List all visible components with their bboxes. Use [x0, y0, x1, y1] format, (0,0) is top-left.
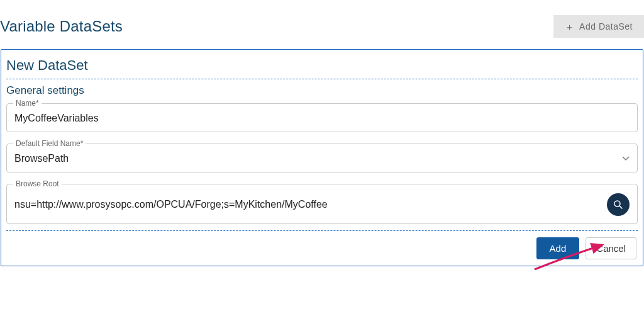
svg-line-1	[619, 206, 622, 208]
plus-icon: ＋	[565, 22, 575, 31]
name-label: Name*	[13, 99, 42, 108]
browse-root-label: Browse Root	[13, 179, 62, 188]
page-title: Variable DataSets	[0, 18, 123, 35]
divider	[6, 79, 638, 79]
panel-footer: Add Cancel	[6, 231, 638, 259]
name-field-wrapper: Name*	[6, 103, 638, 132]
chevron-down-icon	[622, 156, 630, 161]
browse-search-button[interactable]	[607, 193, 630, 216]
section-title: General settings	[6, 84, 638, 103]
add-button[interactable]: Add	[536, 237, 580, 259]
add-dataset-button[interactable]: ＋ Add DataSet	[553, 15, 644, 38]
name-input[interactable]	[14, 113, 630, 124]
new-dataset-panel: New DataSet General settings Name* Defau…	[1, 49, 643, 266]
cancel-button[interactable]: Cancel	[586, 237, 636, 259]
panel-title: New DataSet	[6, 57, 638, 79]
add-dataset-button-label: Add DataSet	[579, 21, 633, 31]
browse-root-value: nsu=http://www.prosysopc.com/OPCUA/Forge…	[14, 199, 607, 210]
page-header: Variable DataSets ＋ Add DataSet	[0, 0, 644, 49]
default-field-name-label: Default Field Name*	[13, 139, 86, 148]
browse-root-wrapper: Browse Root nsu=http://www.prosysopc.com…	[6, 184, 638, 224]
search-icon	[613, 199, 624, 210]
default-field-name-value: BrowsePath	[14, 153, 622, 164]
default-field-name-wrapper[interactable]: Default Field Name* BrowsePath	[6, 144, 638, 172]
